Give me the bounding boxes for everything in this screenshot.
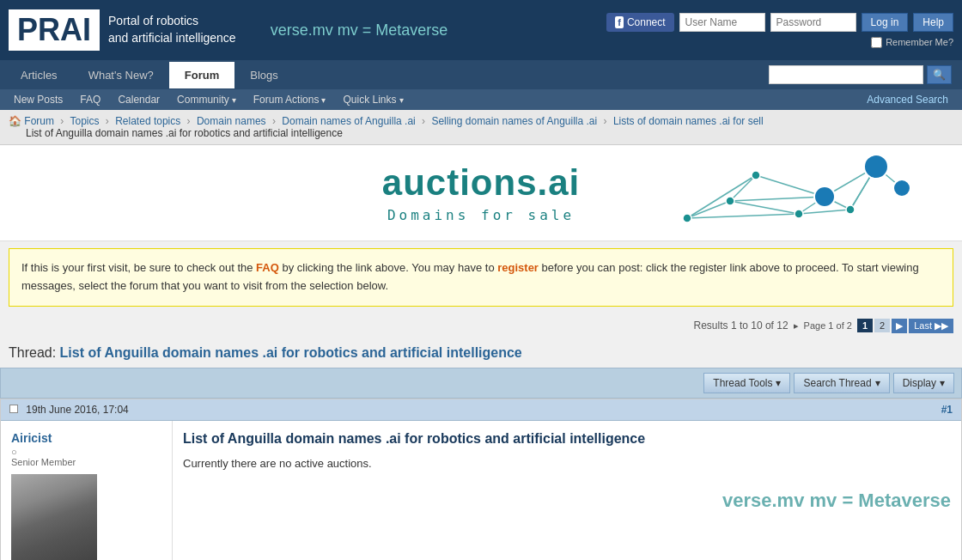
sub-nav-community[interactable]: Community ▾ bbox=[168, 89, 245, 110]
header-auth: f Connect Log in Help Remember Me? bbox=[606, 13, 953, 48]
svg-point-21 bbox=[846, 205, 855, 214]
svg-point-20 bbox=[795, 210, 803, 218]
nav-tab-whats-new[interactable]: What's New? bbox=[73, 62, 169, 88]
sub-nav: New Posts FAQ Calendar Community ▾ Forum… bbox=[0, 89, 962, 110]
breadcrumb-lists[interactable]: Lists of domain names .ai for sell bbox=[613, 115, 764, 127]
username-input[interactable] bbox=[679, 13, 765, 32]
post-number: #1 bbox=[941, 404, 953, 416]
remember-me-checkbox[interactable] bbox=[871, 37, 882, 48]
current-page-btn[interactable]: 1 bbox=[857, 319, 873, 332]
remember-me-row: Remember Me? bbox=[871, 37, 953, 48]
breadcrumb-forum[interactable]: Forum bbox=[24, 115, 54, 127]
post-author-name: Airicist bbox=[11, 431, 161, 445]
search-thread-arrow-icon: ▾ bbox=[875, 377, 880, 389]
faq-link[interactable]: FAQ bbox=[256, 261, 279, 274]
thread-tools-button[interactable]: Thread Tools ▾ bbox=[703, 373, 790, 393]
svg-line-0 bbox=[687, 175, 756, 218]
post-title: List of Anguilla domain names .ai for ro… bbox=[183, 431, 951, 447]
avatar bbox=[11, 474, 97, 560]
nav-search-area: 🔍 bbox=[764, 60, 957, 89]
pagination-row: Results 1 to 10 of 12 ▸ Page 1 of 2 1 2 … bbox=[0, 313, 962, 338]
svg-point-15 bbox=[752, 171, 760, 180]
svg-line-13 bbox=[799, 210, 850, 214]
info-box: If this is your first visit, be sure to … bbox=[9, 248, 953, 307]
logo-description: Portal of robotics and artificial intell… bbox=[108, 13, 236, 46]
thread-header: Thread: List of Anguilla domain names .a… bbox=[0, 338, 962, 368]
facebook-connect-button[interactable]: f Connect bbox=[606, 13, 673, 32]
sub-nav-faq[interactable]: FAQ bbox=[71, 89, 109, 110]
avatar-image bbox=[11, 474, 97, 560]
breadcrumb-current: List of Anguilla domain names .ai for ro… bbox=[26, 127, 343, 139]
nav-tab-articles[interactable]: Articles bbox=[5, 62, 73, 88]
post-date-bar: 19th June 2016, 17:04 #1 bbox=[1, 399, 961, 421]
banner: auctions.ai Domains for sale bbox=[0, 145, 962, 241]
network-graphic bbox=[653, 149, 919, 235]
breadcrumb-related-topics[interactable]: Related topics bbox=[115, 115, 180, 127]
thread-label: Thread: bbox=[9, 345, 56, 360]
home-icon: 🏠 bbox=[9, 115, 21, 127]
logo-box: PRAI bbox=[9, 9, 100, 51]
search-thread-button[interactable]: Search Thread ▾ bbox=[794, 373, 889, 393]
thread-title: List of Anguilla domain names .ai for ro… bbox=[60, 345, 522, 360]
facebook-icon: f bbox=[615, 16, 624, 28]
nav-tabs-left: Articles What's New? Forum Blogs bbox=[5, 62, 294, 88]
display-arrow-icon: ▾ bbox=[940, 377, 945, 389]
search-input[interactable] bbox=[769, 65, 923, 84]
next-page-button[interactable]: ▶ bbox=[892, 319, 907, 333]
sub-nav-forum-actions[interactable]: Forum Actions ▾ bbox=[245, 89, 335, 110]
post-icon bbox=[9, 405, 18, 413]
post-content-column: List of Anguilla domain names .ai for ro… bbox=[173, 421, 961, 560]
advanced-search-link[interactable]: Advanced Search bbox=[858, 89, 957, 110]
svg-point-18 bbox=[893, 180, 910, 197]
sub-nav-calendar[interactable]: Calendar bbox=[109, 89, 168, 110]
breadcrumb-domain-names-anguilla[interactable]: Domain names of Anguilla .ai bbox=[282, 115, 415, 127]
login-button[interactable]: Log in bbox=[862, 13, 909, 32]
site-header: PRAI Portal of robotics and artificial i… bbox=[0, 0, 962, 60]
breadcrumb-domain-names[interactable]: Domain names bbox=[197, 115, 266, 127]
thread-toolbar: Thread Tools ▾ Search Thread ▾ Display ▾ bbox=[0, 368, 962, 399]
register-link[interactable]: register bbox=[497, 261, 539, 274]
quick-links-dropdown-arrow: ▾ bbox=[399, 95, 404, 105]
post-body-text: Currently there are no active auctions. bbox=[183, 455, 951, 473]
svg-line-4 bbox=[687, 201, 730, 218]
sub-nav-left: New Posts FAQ Calendar Community ▾ Forum… bbox=[5, 89, 412, 110]
page-navigation: ▸ Page 1 of 2 1 2 ▶ Last ▶▶ bbox=[794, 319, 953, 333]
page-2-btn[interactable]: 2 bbox=[874, 319, 890, 332]
forum-actions-dropdown-arrow: ▾ bbox=[321, 95, 326, 105]
post-date: 19th June 2016, 17:04 bbox=[26, 404, 128, 416]
post-body: Airicist ○ Senior Member Join Date: Jan … bbox=[1, 421, 961, 560]
community-dropdown-arrow: ▾ bbox=[232, 95, 236, 105]
post-author-rank: Senior Member bbox=[11, 457, 161, 467]
svg-point-16 bbox=[814, 186, 835, 207]
logo-text: PRAI bbox=[17, 12, 91, 47]
online-status-icon: ○ bbox=[11, 447, 17, 457]
nav-tab-blogs[interactable]: Blogs bbox=[234, 62, 294, 88]
sub-nav-quick-links[interactable]: Quick Links ▾ bbox=[334, 89, 411, 110]
svg-point-17 bbox=[864, 155, 888, 179]
remember-me-label: Remember Me? bbox=[886, 37, 953, 47]
thread-tools-arrow-icon: ▾ bbox=[776, 377, 781, 389]
svg-line-5 bbox=[730, 201, 799, 214]
svg-line-7 bbox=[730, 175, 756, 201]
last-page-button[interactable]: Last ▶▶ bbox=[909, 319, 953, 333]
page-label-text: Page 1 of 2 bbox=[804, 320, 852, 331]
results-text: Results 1 to 10 of 12 bbox=[694, 320, 788, 332]
page-label: ▸ bbox=[794, 320, 799, 332]
post-watermark: verse.mv mv = Metaverse bbox=[183, 490, 951, 512]
sub-nav-new-posts[interactable]: New Posts bbox=[5, 89, 71, 110]
post-author-status: ○ bbox=[11, 447, 161, 457]
breadcrumb-selling[interactable]: Selling domain names of Anguilla .ai bbox=[431, 115, 597, 127]
help-button[interactable]: Help bbox=[913, 13, 953, 32]
breadcrumb-topics[interactable]: Topics bbox=[70, 115, 99, 127]
search-button[interactable]: 🔍 bbox=[927, 65, 952, 84]
site-tagline: verse.mv mv = Metaverse bbox=[271, 21, 448, 40]
svg-point-14 bbox=[683, 214, 691, 222]
post-container: 19th June 2016, 17:04 #1 Airicist ○ Seni… bbox=[0, 399, 962, 560]
breadcrumb: 🏠 Forum › Topics › Related topics › Doma… bbox=[0, 110, 962, 145]
password-input[interactable] bbox=[770, 13, 856, 32]
nav-tab-forum[interactable]: Forum bbox=[169, 62, 234, 88]
svg-point-19 bbox=[726, 197, 734, 205]
display-button[interactable]: Display ▾ bbox=[893, 373, 954, 393]
logo-section: PRAI Portal of robotics and artificial i… bbox=[9, 9, 448, 51]
watermark-text: verse.mv mv = Metaverse bbox=[722, 490, 951, 511]
